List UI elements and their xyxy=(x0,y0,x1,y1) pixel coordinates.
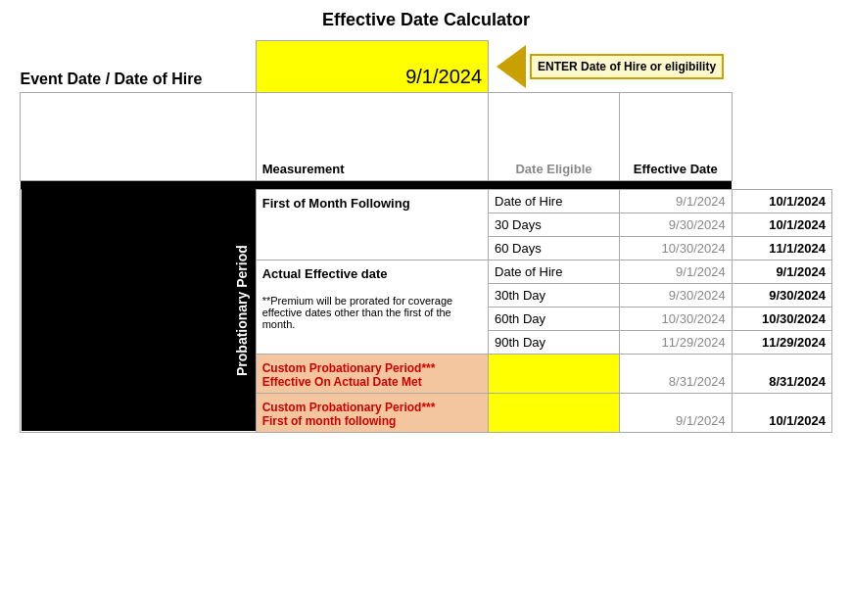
measurement-cell: 60 Days xyxy=(489,236,620,260)
page-title: Effective Date Calculator xyxy=(20,10,832,30)
custom-period-1-label: Custom Probationary Period*** Effective … xyxy=(256,354,488,393)
effective-date-cell: 10/30/2024 xyxy=(732,307,831,330)
effective-date-cell: 10/1/2024 xyxy=(732,213,831,236)
measurement-cell: Date of Hire xyxy=(489,189,620,213)
effective-date-cell: 9/1/2024 xyxy=(732,260,831,283)
custom-period-2-effective-date: 10/1/2024 xyxy=(732,393,831,432)
date-eligible-cell: 9/1/2024 xyxy=(619,260,732,283)
measurement-cell: 90th Day xyxy=(489,330,620,354)
measurement-cell: 60th Day xyxy=(489,307,620,330)
date-eligible-cell: 11/29/2024 xyxy=(619,330,732,354)
black-header-spacer xyxy=(21,92,257,180)
date-eligible-cell: 9/30/2024 xyxy=(619,213,732,236)
arrow-label: ENTER Date of Hire or eligibility xyxy=(530,54,724,79)
custom-period-2-label: Custom Probationary Period*** First of m… xyxy=(256,393,488,432)
custom-period-1-input[interactable] xyxy=(489,354,620,393)
effective-date-cell: 11/1/2024 xyxy=(732,236,831,260)
event-date-value[interactable]: 9/1/2024 xyxy=(256,41,488,93)
date-eligible-cell: 9/1/2024 xyxy=(619,189,732,213)
actual-effective-label: Actual Effective date **Premium will be … xyxy=(256,260,488,354)
event-date-label: Event Date / Date of Hire xyxy=(21,41,257,93)
measurement-cell: Date of Hire xyxy=(489,260,620,283)
date-eligible-cell: 10/30/2024 xyxy=(619,236,732,260)
effective-date-cell: 11/29/2024 xyxy=(732,330,831,354)
date-eligible-cell: 10/30/2024 xyxy=(619,307,732,330)
effective-date-cell: 10/1/2024 xyxy=(732,189,831,213)
custom-period-2-input[interactable] xyxy=(489,393,620,432)
date-eligible-header: Date Eligible xyxy=(489,92,620,180)
effective-date-cell: 9/30/2024 xyxy=(732,283,831,307)
measurement-header: Measurement xyxy=(256,92,488,180)
effective-date-header: Effective Date xyxy=(619,92,732,180)
date-eligible-cell: 9/30/2024 xyxy=(619,283,732,307)
custom-period-1-date-eligible: 8/31/2024 xyxy=(619,354,732,393)
measurement-cell: 30 Days xyxy=(489,213,620,236)
arrow-icon xyxy=(497,45,526,88)
enter-date-arrow: ENTER Date of Hire or eligibility xyxy=(497,45,726,88)
first-of-month-label: First of Month Following xyxy=(256,189,488,260)
custom-period-2-date-eligible: 9/1/2024 xyxy=(619,393,732,432)
measurement-cell: 30th Day xyxy=(489,283,620,307)
custom-period-1-effective-date: 8/31/2024 xyxy=(732,354,831,393)
section-label: Probationary Period xyxy=(21,189,257,432)
